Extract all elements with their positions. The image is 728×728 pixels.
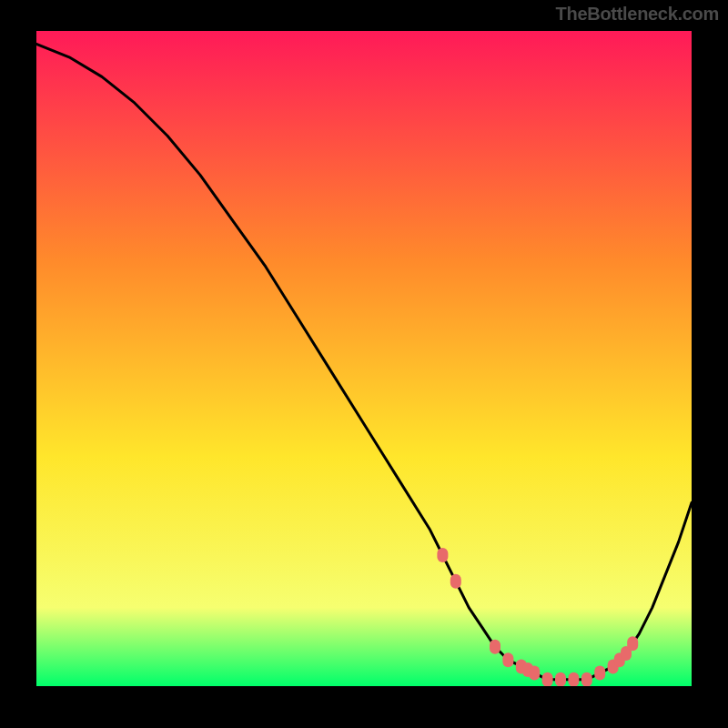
highlight-dot — [594, 666, 605, 681]
attribution-text: TheBottleneck.com — [556, 4, 719, 25]
highlight-dot — [502, 652, 513, 667]
highlight-dot — [627, 636, 638, 651]
plot-area — [36, 31, 692, 686]
highlight-dot — [568, 672, 579, 686]
highlight-dot — [542, 672, 553, 686]
highlight-dot — [437, 548, 448, 562]
chart-container: TheBottleneck.com — [0, 0, 728, 728]
chart-svg — [36, 31, 692, 686]
highlight-dot — [490, 640, 500, 654]
highlight-dot — [529, 666, 540, 681]
highlight-dot — [581, 672, 592, 686]
gradient-bg — [36, 31, 692, 686]
highlight-dot — [555, 672, 566, 686]
highlight-dot — [450, 574, 461, 589]
